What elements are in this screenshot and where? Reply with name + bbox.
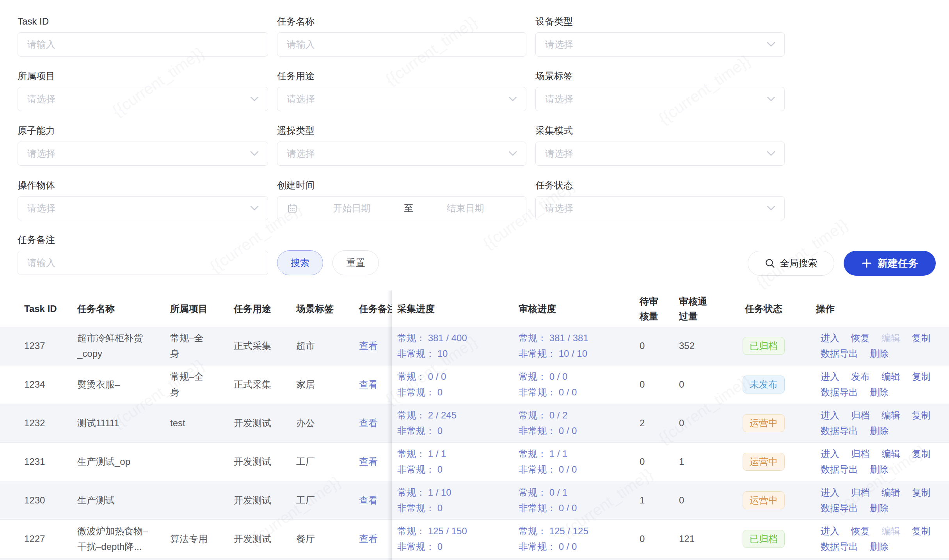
cell-purpose: 正式采集 [234,365,271,404]
select-placeholder: 请选择 [27,93,55,105]
create-time-range-picker[interactable]: 开始日期 至 结束日期 [277,196,526,220]
cell-passed-count: 1 [679,443,684,481]
action-link-export[interactable]: 数据导出 [821,423,858,439]
task-status-select[interactable]: 请选择 [535,196,785,220]
fixed-row-panel: 常规： 2 / 245非常规： 0 常规： 0 / 2非常规： 0 / 0 2 … [392,404,949,442]
cell-task-status: 已归档 [743,520,785,558]
cell-pending-count: 1 [640,481,645,519]
device-type-select[interactable]: 请选择 [535,32,785,57]
select-placeholder: 请选择 [287,93,315,105]
task-name-input[interactable] [277,33,526,56]
action-link-enter[interactable]: 进入 [821,330,839,346]
filter-field-operate-object: 操作物体 请选择 [18,179,268,220]
progress-line: 常规： 2 / 245 [397,408,457,423]
action-link-enter[interactable]: 进入 [821,408,839,423]
action-link-edit[interactable]: 编辑 [881,446,900,462]
action-link-delete[interactable]: 删除 [870,539,889,555]
start-date-placeholder[interactable]: 开始日期 [300,202,404,214]
action-link-delete[interactable]: 删除 [870,385,889,400]
field-label: 场景标签 [535,70,785,82]
action-link-copy[interactable]: 复制 [912,330,931,346]
plus-icon [861,258,872,269]
cell-task-id: 1231 [24,443,45,481]
action-link-edit[interactable]: 编辑 [881,485,900,500]
action-link-export[interactable]: 数据导出 [821,539,858,555]
teleop-type-select[interactable]: 请选择 [277,142,526,166]
action-link-edit: 编辑 [881,523,900,539]
action-link-copy[interactable]: 复制 [912,485,931,500]
action-link-publish[interactable]: 发布 [851,369,870,385]
action-link-delete[interactable]: 删除 [870,346,889,362]
cell-review-progress: 常规： 381 / 381非常规： 10 / 10 [519,327,588,365]
cell-review-progress: 常规： 1 / 1非常规： 0 / 0 [519,443,577,481]
action-link-archive[interactable]: 归档 [851,485,870,500]
action-link-enter[interactable]: 进入 [821,485,839,500]
cell-passed-count: 352 [679,327,695,365]
progress-line: 非常规： 0 [397,462,443,477]
action-link-copy[interactable]: 复制 [912,446,931,462]
cell-actions: 进入恢复编辑复制数据导出删除 [821,520,938,558]
progress-line: 非常规： 0 / 0 [519,539,577,555]
action-link-delete[interactable]: 删除 [870,462,889,477]
chevron-down-icon [766,206,776,211]
action-link-edit[interactable]: 编辑 [881,369,900,385]
action-link-export[interactable]: 数据导出 [821,462,858,477]
table-row: 1232 测试11111 test 开发测试 办公 查看 常规： 2 / 245… [0,404,949,443]
action-link-archive[interactable]: 归档 [851,408,870,423]
fixed-row-panel: 常规： 0 / 0非常规： 0 常规： 0 / 0非常规： 0 / 0 0 0 … [392,365,949,404]
fixed-header-panel: 采集进度 审核进度 待审核量 审核通过量 任务状态 操作 [392,291,949,327]
cell-review-progress: 常规： 0 / 1非常规： 0 / 0 [519,481,577,519]
view-remark-link[interactable]: 查看 [359,327,378,365]
select-placeholder: 请选择 [545,93,573,105]
action-link-enter[interactable]: 进入 [821,446,839,462]
action-link-enter[interactable]: 进入 [821,369,839,385]
action-link-delete[interactable]: 删除 [870,423,889,439]
search-button[interactable]: 搜索 [277,250,323,275]
operate-object-select[interactable]: 请选择 [18,196,268,220]
select-placeholder: 请选择 [545,38,573,51]
view-remark-link[interactable]: 查看 [359,520,378,558]
action-link-restore[interactable]: 恢复 [851,330,870,346]
cell-task-name: 生产测试_op [77,443,149,481]
status-badge: 运营中 [743,491,785,509]
atomic-ability-select[interactable]: 请选择 [18,142,268,166]
action-link-restore[interactable]: 恢复 [851,523,870,539]
project-select[interactable]: 请选择 [18,87,268,111]
date-range-separator: 至 [404,202,413,214]
action-link-copy[interactable]: 复制 [912,408,931,423]
progress-line: 常规： 125 / 125 [519,523,588,539]
cell-project: 常规–全身 [170,365,211,404]
field-label: 任务名称 [277,16,526,27]
scene-tag-select[interactable]: 请选择 [535,87,785,111]
cell-actions: 进入归档编辑复制数据导出删除 [821,443,938,481]
task-remark-input[interactable] [18,251,268,275]
action-link-copy[interactable]: 复制 [912,523,931,539]
view-remark-link[interactable]: 查看 [359,404,378,442]
chevron-down-icon [766,42,776,47]
action-link-enter[interactable]: 进入 [821,523,839,539]
table-row: 1230 生产测试 开发测试 工厂 查看 常规： 1 / 10非常规： 0 常规… [0,481,949,520]
filter-field-purpose: 任务用途 请选择 [277,70,526,111]
create-task-button[interactable]: 新建任务 [844,251,936,276]
view-remark-link[interactable]: 查看 [359,365,378,404]
action-link-copy[interactable]: 复制 [912,369,931,385]
action-link-edit[interactable]: 编辑 [881,408,900,423]
end-date-placeholder[interactable]: 结束日期 [413,202,517,214]
col-header-review-progress: 审核进度 [519,291,556,327]
chevron-down-icon [766,151,776,156]
cell-task-id: 1234 [24,365,45,404]
action-link-export[interactable]: 数据导出 [821,500,858,516]
action-link-export[interactable]: 数据导出 [821,346,858,362]
action-link-archive[interactable]: 归档 [851,446,870,462]
purpose-select[interactable]: 请选择 [277,87,526,111]
action-link-delete[interactable]: 删除 [870,500,889,516]
task-id-input[interactable] [18,33,268,56]
view-remark-link[interactable]: 查看 [359,481,378,519]
global-search-button[interactable]: 全局搜索 [748,251,834,276]
chevron-down-icon [766,96,776,102]
collect-mode-select[interactable]: 请选择 [535,142,785,166]
action-link-export[interactable]: 数据导出 [821,385,858,400]
reset-button[interactable]: 重置 [332,250,379,275]
cell-scene-tag: 超市 [296,327,315,365]
view-remark-link[interactable]: 查看 [359,443,378,481]
